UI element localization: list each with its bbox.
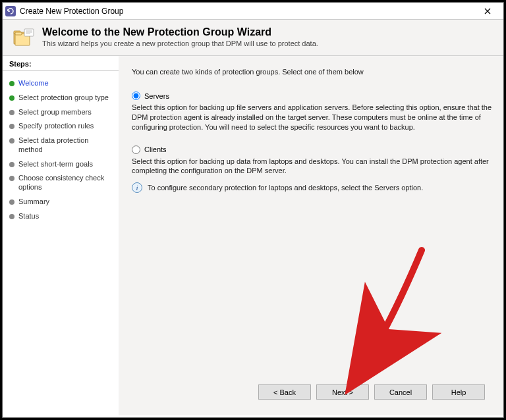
wizard-subtitle: This wizard helps you create a new prote… [42,39,318,47]
bullet-icon [9,138,14,144]
bullet-icon [9,176,14,181]
info-row: i To configure secondary protection for … [132,182,494,193]
option-servers-desc: Select this option for backing up file s… [132,103,494,132]
step-label: Select protection group type [18,93,109,103]
step-status[interactable]: Status [3,209,119,224]
step-select-group-members[interactable]: Select group members [3,105,119,120]
cancel-button[interactable]: Cancel [374,384,427,400]
step-label: Status [18,212,39,221]
wizard-icon [13,28,34,47]
svg-rect-3 [15,32,22,35]
option-clients-desc: Select this option for backing up data f… [132,157,494,176]
bullet-icon [9,110,14,115]
bullet-icon [9,81,14,86]
step-specify-protection-rules[interactable]: Specify protection rules [3,119,119,134]
step-select-short-term-goals[interactable]: Select short-term goals [3,157,119,172]
close-button[interactable] [474,4,501,18]
main-panel: You can create two kinds of protection g… [119,56,503,415]
app-icon [5,6,16,16]
wizard-header: Welcome to the New Protection Group Wiza… [3,20,503,56]
info-text: To configure secondary protection for la… [148,182,423,192]
step-summary[interactable]: Summary [3,195,119,209]
info-icon: i [132,182,142,193]
step-select-data-protection-method[interactable]: Select data protection method [3,134,119,157]
intro-text: You can create two kinds of protection g… [132,68,494,76]
radio-servers[interactable] [132,92,140,100]
option-servers-label: Servers [144,92,169,100]
next-button[interactable]: Next > [316,384,369,400]
step-label: Select data protection method [18,136,112,155]
titlebar: Create New Protection Group [3,3,503,20]
step-label: Select group members [18,108,92,117]
back-button[interactable]: < Back [258,384,311,400]
svg-rect-4 [24,29,34,36]
step-select-group-type[interactable]: Select protection group type [3,91,119,105]
option-clients-label: Clients [144,145,167,153]
radio-clients[interactable] [132,145,140,154]
wizard-title: Welcome to the New Protection Group Wiza… [42,26,318,38]
steps-sidebar: Steps: Welcome Select protection group t… [3,56,119,415]
option-servers-row[interactable]: Servers [132,92,494,100]
bullet-icon [9,95,14,101]
window-title: Create New Protection Group [20,7,474,16]
bullet-icon [9,162,14,167]
bullet-icon [9,124,14,129]
step-label: Specify protection rules [18,122,94,131]
step-choose-consistency-check-options[interactable]: Choose consistency check options [3,171,119,195]
close-icon [484,8,491,14]
steps-heading: Steps: [3,59,119,71]
step-label: Summary [18,197,49,207]
help-button[interactable]: Help [432,384,485,400]
step-label: Choose consistency check options [18,174,112,192]
option-clients-row[interactable]: Clients [132,145,494,154]
bullet-icon [9,199,14,205]
step-welcome[interactable]: Welcome [3,76,119,91]
button-bar: < Back Next > Cancel Help [132,378,494,409]
step-label: Select short-term goals [18,160,93,169]
step-label: Welcome [18,79,49,88]
bullet-icon [9,214,14,219]
